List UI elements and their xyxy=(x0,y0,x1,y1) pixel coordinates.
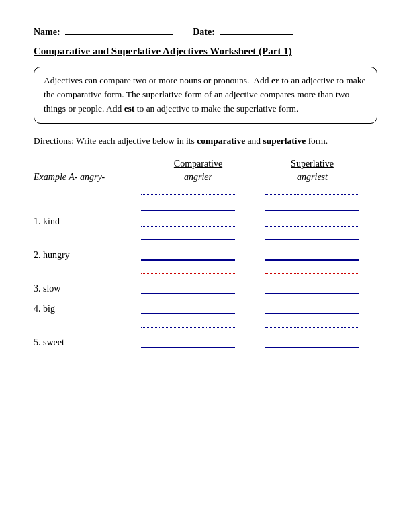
example-solid-lines xyxy=(141,199,377,211)
example-label: Example A- angry- xyxy=(34,172,141,183)
row-group-kind: 1. kind xyxy=(34,215,377,240)
word-row-big: 4. big xyxy=(34,302,377,314)
kind-comp-line xyxy=(141,228,235,240)
column-headers: Comparative Superlative xyxy=(141,159,377,169)
row-group-sweet: 5. sweet xyxy=(34,336,377,348)
big-comp-dotted xyxy=(141,316,235,328)
name-label: Name: xyxy=(34,27,173,38)
hungry-comp-line xyxy=(141,249,235,261)
example-solid-line-comp xyxy=(141,199,235,211)
slow-sup-line xyxy=(265,282,359,294)
superlative-header: Superlative xyxy=(255,159,369,169)
example-solid-line-sup xyxy=(265,199,359,211)
word-row-sweet: 5. sweet xyxy=(34,336,377,348)
example-dotted-line-comp xyxy=(141,185,235,195)
hungry-sup-dotted xyxy=(265,262,359,274)
comparative-header: Comparative xyxy=(141,159,255,169)
example-comparative: angrier xyxy=(141,172,255,183)
header-row: Name: Date: xyxy=(34,27,377,38)
row-group-hungry: 2. hungry xyxy=(34,249,377,274)
row-group-big: 4. big xyxy=(34,302,377,328)
name-line xyxy=(65,34,173,35)
row-group-slow: 3. slow xyxy=(34,282,377,294)
kind-comp-dotted xyxy=(141,215,235,227)
word-label-sweet: 5. sweet xyxy=(34,337,141,348)
big-comp-line xyxy=(141,302,235,314)
example-superlative: angriest xyxy=(255,172,369,183)
page-title: Comparative and Superlative Adjectives W… xyxy=(34,46,377,57)
worksheet-rows: 1. kind 2. hungry xyxy=(34,215,377,348)
word-label-kind: 1. kind xyxy=(34,216,141,227)
big-dotted-lines xyxy=(141,316,377,328)
word-row-slow: 3. slow xyxy=(34,282,377,294)
kind-sup-line xyxy=(265,228,359,240)
hungry-sup-line xyxy=(265,249,359,261)
word-row-hungry: 2. hungry xyxy=(34,249,377,261)
directions: Directions: Write each adjective below i… xyxy=(34,134,377,148)
slow-comp-line xyxy=(141,282,235,294)
hungry-dotted-lines xyxy=(141,262,377,274)
example-row: Example A- angry- angrier angriest xyxy=(34,172,377,183)
word-label-hungry: 2. hungry xyxy=(34,250,141,261)
word-row-kind: 1. kind xyxy=(34,215,377,227)
kind-sup-dotted xyxy=(265,215,359,227)
hungry-comp-dotted xyxy=(141,262,235,274)
example-dotted-line-sup xyxy=(265,185,359,195)
sweet-sup-line xyxy=(265,336,359,348)
example-lines xyxy=(141,185,377,195)
word-label-big: 4. big xyxy=(34,304,141,314)
big-sup-line xyxy=(265,302,359,314)
word-label-slow: 3. slow xyxy=(34,283,141,294)
date-line xyxy=(220,34,293,35)
sweet-comp-line xyxy=(141,336,235,348)
info-box: Adjectives can compare two or more nouns… xyxy=(34,66,377,124)
kind-solid-lines xyxy=(141,228,377,240)
big-sup-dotted xyxy=(265,316,359,328)
date-label: Date: xyxy=(193,27,293,38)
